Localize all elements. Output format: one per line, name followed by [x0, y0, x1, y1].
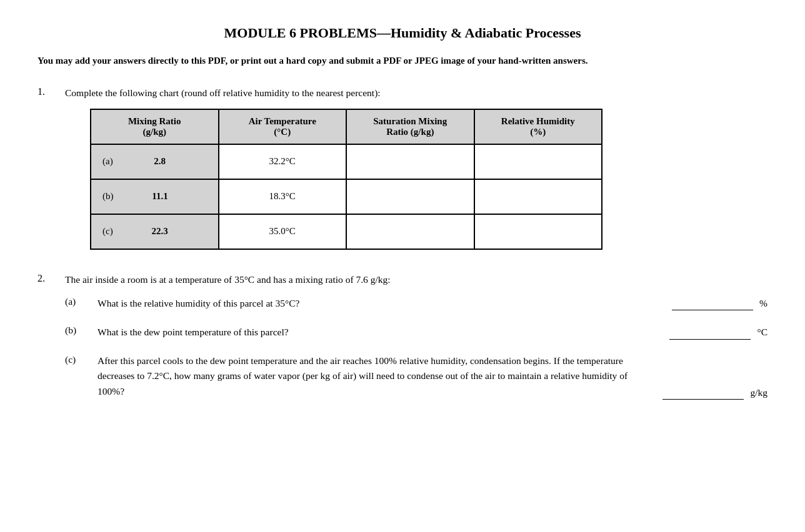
sub-2a-unit: % [759, 296, 768, 310]
problem-1-content: Complete the following chart (round off … [65, 86, 768, 255]
sub-2b-content: What is the dew point temperature of thi… [98, 324, 768, 339]
row-b-mixing-ratio: (b) 11.1 [91, 179, 219, 214]
page-title: MODULE 6 PROBLEMS—Humidity & Adiabatic P… [38, 25, 768, 41]
table-row-b: (b) 11.1 18.3°C [91, 179, 602, 214]
sub-2c-content: After this parcel cools to the dew point… [98, 353, 768, 400]
row-a-sat-mixing [346, 144, 474, 179]
sub-2b-answer-area: °C [669, 324, 768, 339]
sub-2b-unit: °C [757, 325, 768, 339]
row-b-sat-mixing [346, 179, 474, 214]
sub-problem-2b: (b) What is the dew point temperature of… [65, 324, 768, 339]
problem-2-sub-problems: (a) What is the relative humidity of thi… [65, 295, 768, 400]
sub-2b-answer-line [669, 324, 751, 339]
row-a-label-inline: (a) [102, 156, 113, 167]
sub-2a-answer-line [672, 295, 753, 310]
sub-2a-label: (a) [65, 295, 88, 307]
humidity-chart-table: Mixing Ratio (g/kg) Air Temperature (°C)… [90, 109, 602, 250]
sub-2a-content: What is the relative humidity of this pa… [98, 295, 768, 310]
row-b-rel-humidity [474, 179, 602, 214]
problem-2-intro: The air inside a room is at a temperatur… [65, 272, 768, 287]
problem-1: 1. Complete the following chart (round o… [38, 86, 768, 255]
table-header-row: Mixing Ratio (g/kg) Air Temperature (°C)… [91, 109, 602, 144]
sub-2c-unit: g/kg [750, 385, 768, 400]
sub-2c-text: After this parcel cools to the dew point… [98, 353, 651, 400]
row-a-rel-humidity [474, 144, 602, 179]
row-a-air-temp: 32.2°C [219, 144, 347, 179]
row-c-rel-humidity [474, 214, 602, 249]
problem-2-content: The air inside a room is at a temperatur… [65, 272, 768, 413]
sub-2a-text: What is the relative humidity of this pa… [98, 296, 299, 310]
sub-2b-text: What is the dew point temperature of thi… [98, 325, 289, 339]
problem-2: 2. The air inside a room is at a tempera… [38, 272, 768, 413]
problem-1-number: 1. [38, 86, 55, 255]
row-c-air-temp: 35.0°C [219, 214, 347, 249]
col-header-sat-mixing: Saturation Mixing Ratio (g/kg) [346, 109, 474, 144]
sub-2c-answer-area: g/kg [662, 385, 768, 400]
sub-problem-2c: (c) After this parcel cools to the dew p… [65, 353, 768, 400]
sub-2c-answer-line [662, 385, 744, 400]
sub-2c-label: (c) [65, 353, 88, 365]
col-header-rel-humidity: Relative Humidity (%) [474, 109, 602, 144]
col-header-mixing-ratio: Mixing Ratio (g/kg) [91, 109, 219, 144]
row-c-label-inline: (c) [102, 226, 113, 237]
row-a-mixing-ratio: (a) 2.8 [91, 144, 219, 179]
sub-problem-2a: (a) What is the relative humidity of thi… [65, 295, 768, 310]
row-b-label-inline: (b) [102, 191, 114, 202]
col-header-air-temp: Air Temperature (°C) [219, 109, 347, 144]
problem-1-text: Complete the following chart (round off … [65, 86, 768, 100]
sub-2a-answer-area: % [672, 295, 768, 310]
row-c-mixing-ratio: (c) 22.3 [91, 214, 219, 249]
row-b-air-temp: 18.3°C [219, 179, 347, 214]
table-row-c: (c) 22.3 35.0°C [91, 214, 602, 249]
table-row-a: (a) 2.8 32.2°C [91, 144, 602, 179]
problem-2-number: 2. [38, 272, 55, 413]
instructions-text: You may add your answers directly to thi… [38, 54, 768, 68]
sub-2b-label: (b) [65, 324, 88, 336]
row-c-sat-mixing [346, 214, 474, 249]
